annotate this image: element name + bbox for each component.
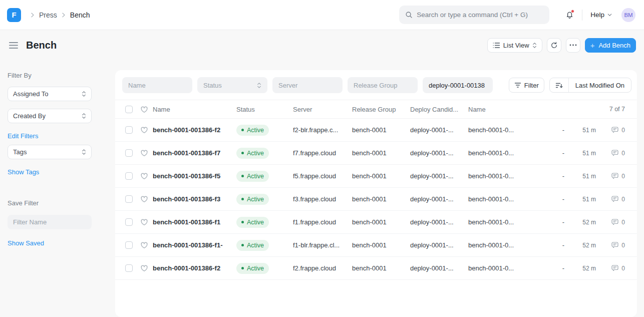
deploy-candidate-cell: deploy-0001-...: [410, 241, 468, 249]
add-bench-button[interactable]: + Add Bench: [585, 38, 636, 53]
comment-icon: [611, 149, 619, 157]
table-header-row: Name Status Server Release Group Deploy …: [115, 100, 637, 119]
navbar-divider: [582, 10, 582, 21]
server-filter-input[interactable]: [272, 77, 343, 93]
sort-button[interactable]: Last Modified On: [549, 78, 631, 93]
comments-cell[interactable]: 0: [611, 126, 625, 134]
table-row[interactable]: bench-0001-001386-f1- Active f1-blr.frap…: [115, 234, 637, 257]
filter-by-label: Filter By: [8, 72, 108, 79]
row-checkbox[interactable]: [125, 172, 133, 180]
command-search-input[interactable]: Search or type a command (Ctrl + G): [399, 6, 549, 24]
show-tags-link[interactable]: Show Tags: [8, 168, 39, 176]
comment-count: 0: [621, 150, 625, 157]
search-placeholder: Search or type a command (Ctrl + G): [417, 11, 528, 19]
deploy-candidate-cell: deploy-0001-...: [410, 218, 468, 226]
release-group-filter-input[interactable]: [348, 77, 418, 93]
refresh-button[interactable]: [547, 38, 561, 53]
edit-filters-link[interactable]: Edit Filters: [8, 132, 38, 140]
filter-name-input[interactable]: [8, 215, 92, 229]
add-bench-label: Add Bench: [598, 42, 630, 49]
notifications-button[interactable]: [565, 11, 574, 19]
row-checkbox[interactable]: [125, 264, 133, 272]
list-view-icon: [493, 42, 500, 49]
comments-cell[interactable]: 0: [611, 149, 625, 157]
header-actions: List View + Add Bench: [487, 38, 636, 53]
table-row[interactable]: bench-0001-001386-f1 Active f1.frappe.cl…: [115, 211, 637, 234]
select-all-checkbox[interactable]: [125, 106, 133, 113]
favorite-heart-icon[interactable]: [140, 218, 153, 226]
comments-cell[interactable]: 0: [611, 172, 625, 180]
deploy-candidate-filter-input[interactable]: [423, 77, 493, 93]
table-row[interactable]: bench-0001-001386-f2 Active f2-blr.frapp…: [115, 119, 637, 142]
help-label: Help: [590, 11, 604, 19]
favorite-heart-icon[interactable]: [140, 241, 153, 249]
header-name: Name: [153, 106, 236, 113]
bench-name[interactable]: bench-0001-001386-f1: [153, 218, 236, 226]
status-label: Active: [247, 219, 264, 226]
view-selector-button[interactable]: List View: [487, 38, 542, 53]
comment-count: 0: [621, 219, 625, 226]
name2-cell: bench-0001-0...: [468, 172, 533, 180]
chevron-updown-icon: [82, 91, 86, 97]
breadcrumb-press[interactable]: Press: [39, 11, 57, 19]
table-row[interactable]: bench-0001-001386-f3 Active f3.frappe.cl…: [115, 188, 637, 211]
deploy-candidate-cell: deploy-0001-...: [410, 149, 468, 157]
breadcrumb-bench[interactable]: Bench: [70, 11, 90, 19]
sidebar-toggle-button[interactable]: [8, 41, 20, 50]
comment-icon: [611, 241, 619, 249]
show-saved-link[interactable]: Show Saved: [8, 239, 44, 247]
bench-name[interactable]: bench-0001-001386-f1-: [153, 241, 236, 249]
filter-button[interactable]: Filter: [509, 78, 544, 93]
favorite-heart-icon[interactable]: [140, 195, 153, 203]
row-checkbox[interactable]: [125, 218, 133, 226]
status-dot-icon: [241, 221, 244, 223]
assigned-to-select[interactable]: Assigned To: [8, 87, 92, 101]
comments-cell[interactable]: 0: [611, 264, 625, 272]
status-label: Active: [247, 196, 264, 203]
comments-cell[interactable]: 0: [611, 218, 625, 226]
table-row[interactable]: bench-0001-001386-f7 Active f7.frappe.cl…: [115, 142, 637, 165]
more-options-button[interactable]: [566, 38, 580, 53]
name2-cell: bench-0001-0...: [468, 264, 533, 272]
frappe-logo-icon[interactable]: F: [7, 8, 21, 22]
favorite-heart-icon[interactable]: [140, 149, 153, 157]
favorite-heart-icon[interactable]: [140, 264, 153, 272]
tag-cell: -: [558, 172, 568, 180]
status-badge: Active: [236, 125, 269, 136]
status-badge: Active: [236, 194, 269, 205]
tag-cell: -: [558, 264, 568, 272]
help-menu-button[interactable]: Help: [590, 11, 612, 19]
tag-cell: -: [558, 149, 568, 157]
tags-select[interactable]: Tags: [8, 145, 92, 159]
avatar[interactable]: BM: [621, 8, 635, 22]
table-row[interactable]: bench-0001-001386-f5 Active f5.frappe.cl…: [115, 165, 637, 188]
status-badge-cell: Active: [236, 125, 293, 136]
favorite-heart-icon[interactable]: [140, 172, 153, 180]
name2-cell: bench-0001-0...: [468, 241, 533, 249]
status-label: Active: [247, 150, 264, 157]
name-filter-input[interactable]: [122, 77, 192, 93]
table-row[interactable]: bench-0001-001386-f2 Active f2.frappe.cl…: [115, 257, 637, 280]
release-group-cell: bench-0001: [352, 149, 410, 157]
table-body: bench-0001-001386-f2 Active f2-blr.frapp…: [115, 119, 637, 280]
modified-cell: 52 m: [568, 265, 596, 272]
comments-cell[interactable]: 0: [611, 241, 625, 249]
bench-name[interactable]: bench-0001-001386-f7: [153, 149, 236, 157]
favorite-heart-icon[interactable]: [140, 126, 153, 134]
row-checkbox[interactable]: [125, 126, 133, 134]
row-checkbox[interactable]: [125, 195, 133, 203]
bench-name[interactable]: bench-0001-001386-f5: [153, 172, 236, 180]
server-cell: f3.frappe.cloud: [293, 195, 352, 203]
row-checkbox[interactable]: [125, 241, 133, 249]
status-badge-cell: Active: [236, 171, 293, 182]
row-checkbox[interactable]: [125, 149, 133, 157]
created-by-select[interactable]: Created By: [8, 109, 92, 123]
comments-cell[interactable]: 0: [611, 195, 625, 203]
heart-icon[interactable]: [140, 106, 153, 113]
bench-name[interactable]: bench-0001-001386-f3: [153, 195, 236, 203]
status-filter-select[interactable]: Status: [197, 77, 267, 93]
bench-name[interactable]: bench-0001-001386-f2: [153, 126, 236, 134]
bench-name[interactable]: bench-0001-001386-f2: [153, 264, 236, 272]
comment-icon: [611, 195, 619, 203]
status-badge-cell: Active: [236, 217, 293, 228]
